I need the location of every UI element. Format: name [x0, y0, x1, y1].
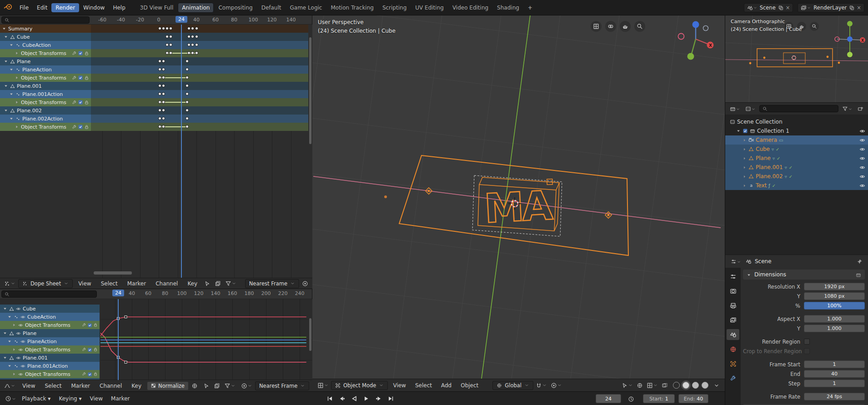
keyframe[interactable]	[162, 125, 165, 128]
value-y[interactable]: 1080 px	[804, 292, 865, 300]
keyframe[interactable]	[162, 60, 165, 63]
ge-menu-select[interactable]: Select	[40, 382, 65, 390]
overlays-button[interactable]	[645, 381, 659, 390]
editor-type-button[interactable]	[3, 280, 17, 288]
keyframe[interactable]	[195, 43, 198, 46]
hidden-filter-button[interactable]	[213, 280, 222, 288]
play-button[interactable]	[361, 394, 372, 403]
gizmo-axis-negative[interactable]	[678, 34, 684, 40]
preview-range-clock-button[interactable]	[627, 395, 636, 403]
shading-material-button[interactable]	[692, 382, 699, 389]
only-selected-filter-button[interactable]	[203, 280, 212, 288]
keyframe[interactable]	[166, 43, 169, 46]
keyframe[interactable]	[195, 51, 198, 55]
dope-sheet-search-input[interactable]	[12, 17, 86, 23]
shading-wireframe-button[interactable]	[673, 382, 680, 389]
value-frame-rate[interactable]: 24 fps	[804, 393, 865, 400]
snap-mode-select[interactable]: Nearest Frame	[245, 279, 299, 288]
timeline-menu-marker[interactable]: Marker	[107, 395, 134, 403]
timeline-menu-playback[interactable]: Playback ▾	[18, 395, 55, 403]
frame-start-field[interactable]: Start:1	[643, 394, 675, 403]
ge-menu-view[interactable]: View	[18, 382, 39, 390]
pivot-button[interactable]	[240, 382, 254, 390]
workspace-tab-uv-editing[interactable]: UV Editing	[411, 3, 448, 13]
xray-toggle-button[interactable]	[660, 381, 669, 390]
dopesheet-channel-plane-002[interactable]: Plane.002	[0, 106, 308, 115]
value-resolution-x[interactable]: 1920 px	[804, 283, 865, 290]
keyframe[interactable]	[186, 60, 189, 63]
menu-window[interactable]: Window	[79, 3, 109, 12]
camera-search-button[interactable]	[810, 22, 819, 31]
properties-tab-render[interactable]	[727, 285, 739, 296]
keyframe[interactable]	[158, 76, 161, 79]
transform-orientation-select[interactable]: Global	[492, 381, 533, 390]
editor-type-button[interactable]	[316, 381, 330, 390]
dopesheet-channel-object-transforms[interactable]: Object Transforms	[0, 98, 308, 106]
keyframe[interactable]	[186, 68, 189, 71]
pin-button[interactable]	[855, 257, 864, 265]
keyframe[interactable]	[186, 125, 189, 128]
workspace-tab-motion-tracking[interactable]: Motion Tracking	[326, 3, 377, 13]
keyframe[interactable]	[169, 35, 172, 38]
keyframe[interactable]	[158, 27, 161, 30]
ge-menu-channel[interactable]: Channel	[95, 382, 126, 390]
filter-button[interactable]	[223, 382, 237, 390]
horizontal-scrollbar[interactable]	[94, 271, 132, 275]
keyframe[interactable]	[162, 68, 165, 71]
show-gizmo-button[interactable]	[635, 381, 644, 390]
keyframe[interactable]	[191, 51, 194, 55]
outliner-row-camera[interactable]: Camera▭	[725, 135, 868, 145]
outliner-search[interactable]	[759, 105, 838, 112]
gizmo-z-axis[interactable]	[692, 21, 699, 28]
keyframe[interactable]	[186, 109, 189, 112]
outliner-row-scene-collection[interactable]: Scene Collection	[725, 117, 868, 126]
keyframe[interactable]	[158, 60, 161, 63]
hidden-filter-button[interactable]	[212, 382, 221, 390]
current-frame-line[interactable]	[118, 299, 119, 380]
workspace-tab-shading[interactable]: Shading	[493, 3, 523, 13]
value-aspect-x[interactable]: 1.000	[804, 315, 865, 323]
add-workspace-button[interactable]: +	[524, 3, 537, 13]
keyframe[interactable]	[191, 27, 194, 30]
keyframe[interactable]	[186, 76, 189, 79]
keyframe[interactable]	[162, 76, 165, 79]
keyframe[interactable]	[166, 51, 169, 55]
zoom-button[interactable]	[634, 21, 645, 32]
current-frame-indicator[interactable]: 24	[112, 290, 124, 296]
ge-menu-key[interactable]: Key	[127, 382, 146, 390]
dopesheet-channel-cubeaction[interactable]: CubeAction	[0, 41, 308, 49]
keyframe[interactable]	[191, 35, 194, 38]
keyframe[interactable]	[169, 51, 172, 55]
outliner-search-input[interactable]	[770, 106, 835, 112]
outliner-row-plane[interactable]: Plane▿✓	[725, 154, 868, 163]
vertical-scrollbar[interactable]	[309, 318, 311, 351]
gizmo-y-axis[interactable]	[687, 53, 694, 60]
keyframe[interactable]	[162, 92, 165, 95]
dope-sheet-channel-area[interactable]: SummaryCubeCubeActionObject TransformsPl…	[0, 25, 312, 278]
checkbox-crop-to-render-region[interactable]	[804, 348, 810, 354]
copy-icon[interactable]	[849, 5, 854, 11]
dopesheet-channel-plane-001[interactable]: Plane.001	[0, 82, 308, 90]
mode-select[interactable]: Object Mode	[331, 381, 388, 390]
normalize-button[interactable]: Normalize	[147, 381, 189, 390]
menu-edit[interactable]: Edit	[33, 3, 51, 12]
keyframe[interactable]	[186, 84, 189, 87]
properties-tab-output[interactable]	[727, 300, 739, 311]
graph-curve-area[interactable]: CubeCubeActionObject TransformsPlanePlan…	[0, 299, 312, 380]
outliner-editor-type-button[interactable]	[728, 105, 742, 113]
graph-channel-plane-001[interactable]: Plane.001	[0, 354, 100, 362]
keyframe[interactable]	[187, 43, 191, 46]
copy-icon[interactable]	[778, 5, 783, 11]
keyframe[interactable]	[191, 43, 194, 46]
properties-tab-object[interactable]	[727, 358, 739, 369]
hide-in-viewport-toggle[interactable]	[859, 164, 865, 170]
3d-viewport[interactable]: MA User Perspective (24) Scene Collectio…	[312, 15, 725, 391]
keyframe[interactable]	[169, 43, 172, 46]
select-visibility-button[interactable]	[620, 381, 634, 390]
shading-options-button[interactable]	[712, 381, 721, 390]
keyframe[interactable]	[162, 84, 165, 87]
graph-channel-planeaction[interactable]: PlaneAction	[0, 337, 100, 345]
workspace-tab-game-logic[interactable]: Game Logic	[286, 3, 326, 13]
prev-keyframe-button[interactable]	[336, 394, 347, 403]
pan-hand-button[interactable]	[620, 21, 631, 32]
